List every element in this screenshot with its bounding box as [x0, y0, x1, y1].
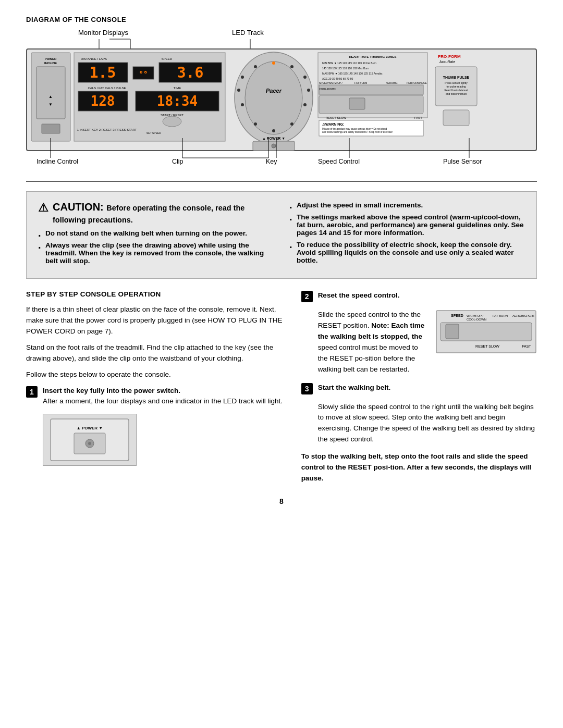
- step-body-2: Stand on the foot rails of the treadmill…: [26, 342, 286, 364]
- svg-text:PRO-FORM: PRO-FORM: [438, 54, 461, 59]
- speed-control-image: SPEED WARM-UP / COOL-DOWN FAT BURN AEROB…: [435, 310, 537, 355]
- svg-text:SPEED: SPEED: [451, 314, 463, 317]
- step-number-2: 2: [301, 291, 313, 302]
- label-pulse-sensor: Pulse Sensor: [443, 158, 482, 165]
- svg-rect-80: [443, 110, 469, 126]
- caution-word: CAUTION:: [53, 201, 104, 213]
- divider: [26, 181, 537, 182]
- svg-text:TIME: TIME: [174, 87, 181, 90]
- label-key: Key: [266, 158, 277, 165]
- caution-box: ⚠ CAUTION: Before operating the console,…: [26, 191, 537, 279]
- label-monitor-displays: Monitor Displays: [78, 29, 128, 36]
- svg-text:SPEED: SPEED: [319, 81, 328, 84]
- svg-point-42: [307, 89, 310, 92]
- diagram-area: Monitor Displays LED Track: [26, 29, 537, 172]
- svg-text:AGE       20   30   40   50   : AGE 20 30 40 50 60 70 80: [322, 77, 353, 80]
- svg-text:Pacer: Pacer: [266, 88, 282, 94]
- svg-text:COOL-DOWN: COOL-DOWN: [319, 88, 336, 91]
- label-clip: Clip: [172, 158, 183, 165]
- svg-text:FAST: FAST: [414, 116, 422, 119]
- svg-text:POWER: POWER: [45, 57, 57, 60]
- step-1: 1 Insert the key fully into the power sw…: [26, 386, 286, 407]
- svg-point-48: [237, 89, 240, 92]
- caution-bullet-1: Do not stand on the walking belt when tu…: [38, 229, 274, 237]
- svg-text:3.6: 3.6: [177, 64, 204, 81]
- label-incline-control: Incline Control: [36, 158, 78, 165]
- svg-text:and follow warnings and safety: and follow warnings and safety instructi…: [322, 131, 393, 133]
- step-left: STEP BY STEP CONSOLE OPERATION If there …: [26, 290, 286, 484]
- svg-text:DISTANCE / LAPS: DISTANCE / LAPS: [81, 57, 107, 60]
- svg-text:WARM-UP /: WARM-UP /: [328, 81, 343, 84]
- diagram-title: DIAGRAM OF THE CONSOLE: [26, 16, 537, 23]
- svg-text:▼: ▼: [48, 102, 53, 107]
- power-switch-image: ▲ POWER ▼: [43, 414, 137, 466]
- label-speed-control: Speed Control: [318, 158, 360, 165]
- svg-text:COOL-DOWN: COOL-DOWN: [467, 318, 486, 321]
- svg-text:MAX BPM ▼  165  155  145  140 : MAX BPM ▼ 165 155 145 140 130 125 115 Ae…: [322, 72, 383, 75]
- svg-text:AEROBIC: AEROBIC: [512, 314, 527, 317]
- caution-bullet-5: To reduce the possibility of electric sh…: [289, 241, 525, 264]
- caution-triangle-icon: ⚠: [38, 201, 48, 215]
- step-right: 2 Reset the speed control. Slide the spe…: [301, 290, 537, 484]
- step-2-heading: Reset the speed control.: [318, 291, 400, 299]
- svg-text:SPEED: SPEED: [162, 57, 173, 60]
- step-2: 2 Reset the speed control.: [301, 290, 537, 302]
- label-led-track: LED Track: [232, 29, 264, 36]
- caution-bullet-4: The settings marked above the speed cont…: [289, 213, 525, 237]
- svg-text:FAT BURN: FAT BURN: [354, 81, 368, 84]
- step-section-title: STEP BY STEP CONSOLE OPERATION: [26, 290, 286, 298]
- svg-text:PERF: PERF: [527, 314, 535, 317]
- svg-text:and follow instruct: and follow instruct: [446, 92, 467, 95]
- svg-text:FAT BURN: FAT BURN: [493, 314, 508, 317]
- svg-text:FAST: FAST: [522, 344, 531, 348]
- svg-text:PERFORMANCE: PERFORMANCE: [407, 81, 427, 84]
- caution-bullet-3: Adjust the speed in small increments.: [289, 201, 525, 209]
- step-3: 3 Start the walking belt.: [301, 382, 537, 394]
- svg-point-37: [245, 61, 302, 134]
- step-3-body: Slowly slide the speed control to the ri…: [318, 402, 537, 446]
- svg-point-41: [303, 76, 307, 79]
- page-number: 8: [26, 497, 537, 505]
- svg-point-95: [88, 442, 91, 445]
- step-1-content: Insert the key fully into the power swit…: [43, 386, 283, 407]
- svg-text:Press sensor lightly: Press sensor lightly: [445, 81, 468, 84]
- svg-text:HEART RATE TRAINING ZONES: HEART RATE TRAINING ZONES: [349, 55, 396, 58]
- svg-text:CALS / FAT CALS / PULSE: CALS / FAT CALS / PULSE: [88, 87, 126, 90]
- svg-text:MIN BPM ▼  125  120  115  110 : MIN BPM ▼ 125 120 115 110 105 90 Fat Bur…: [322, 61, 376, 65]
- svg-point-40: [290, 65, 293, 68]
- svg-point-46: [254, 122, 257, 126]
- step-4-text: To stop the walking belt, step onto the …: [301, 451, 537, 484]
- step-1-heading: Insert the key fully into the power swit…: [43, 387, 180, 394]
- step-2-body: Slide the speed control to the the RESET…: [318, 310, 427, 375]
- svg-point-45: [272, 129, 275, 132]
- svg-text:Misuse of this product may cau: Misuse of this product may cause serious…: [322, 128, 387, 130]
- svg-point-43: [303, 103, 307, 106]
- svg-rect-64: [319, 95, 423, 114]
- svg-text:▲ POWER ▼: ▲ POWER ▼: [77, 426, 103, 430]
- svg-text:1 INSERT KEY  2 RESET  3 PRESS: 1 INSERT KEY 2 RESET 3 PRESS START: [77, 128, 137, 131]
- caution-right: Adjust the speed in small increments. Th…: [289, 201, 525, 269]
- svg-text:1.5: 1.5: [90, 64, 116, 81]
- caution-bullet-2: Always wear the clip (see the drawing ab…: [38, 241, 274, 265]
- caution-bullets-right: Adjust the speed in small increments. Th…: [289, 201, 525, 264]
- svg-point-49: [241, 76, 244, 79]
- svg-point-33: [163, 116, 181, 127]
- svg-point-39: [272, 61, 275, 65]
- step-1-body: After a moment, the four displays and on…: [43, 397, 283, 405]
- svg-rect-16: [42, 124, 60, 133]
- svg-text:INCLINE: INCLINE: [44, 61, 57, 65]
- svg-text:⁰⁶: ⁰⁶: [139, 69, 148, 78]
- svg-text:RESET  SLOW: RESET SLOW: [475, 344, 499, 348]
- svg-text:THUMB PULSE: THUMB PULSE: [443, 76, 470, 79]
- caution-title: ⚠ CAUTION: Before operating the console,…: [38, 201, 274, 225]
- svg-text:Read User's Manual: Read User's Manual: [444, 89, 468, 92]
- step2-note: Note:: [371, 322, 389, 329]
- step-3-content: Start the walking belt.: [318, 382, 391, 393]
- svg-text:RESET  SLOW: RESET SLOW: [326, 116, 347, 119]
- svg-text:145  138  130  125  118  110  : 145 138 130 125 118 110 102 Max Burn: [322, 67, 369, 70]
- svg-point-47: [241, 103, 244, 106]
- svg-text:SET SPEED: SET SPEED: [146, 131, 161, 134]
- svg-text:AccuRate: AccuRate: [439, 60, 455, 64]
- svg-point-83: [272, 144, 276, 148]
- svg-rect-13: [36, 67, 65, 119]
